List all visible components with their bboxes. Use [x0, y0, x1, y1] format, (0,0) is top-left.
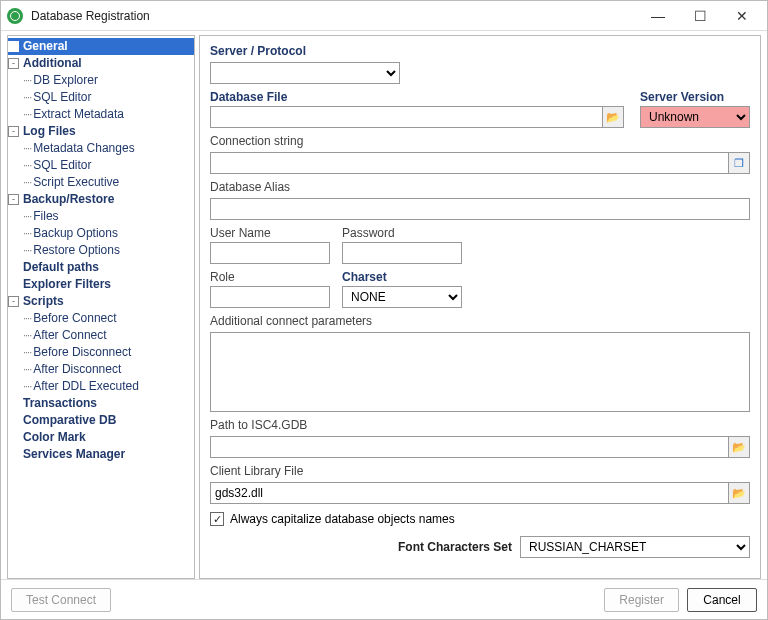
- tree-item-label: Explorer Filters: [23, 276, 111, 293]
- tree-item-label: Metadata Changes: [33, 140, 134, 157]
- tree-item-label: SQL Editor: [33, 157, 91, 174]
- connection-string-copy-button[interactable]: ❐: [728, 152, 750, 174]
- username-input[interactable]: [210, 242, 330, 264]
- database-alias-input[interactable]: [210, 198, 750, 220]
- password-label: Password: [342, 226, 462, 240]
- isc4-browse-button[interactable]: 📂: [728, 436, 750, 458]
- tree-item[interactable]: -Additional ····DB Explorer ····SQL Edit…: [8, 55, 194, 123]
- tree-item-label: SQL Editor: [33, 89, 91, 106]
- client-lib-label: Client Library File: [210, 464, 750, 478]
- server-protocol-label: Server / Protocol: [210, 44, 750, 58]
- tree-item[interactable]: ····Extract Metadata: [8, 106, 194, 123]
- addl-params-textarea[interactable]: [210, 332, 750, 412]
- tree-item[interactable]: Explorer Filters: [8, 276, 194, 293]
- server-protocol-select[interactable]: [210, 62, 400, 84]
- tree-item[interactable]: ····Restore Options: [8, 242, 194, 259]
- isc4-label: Path to ISC4.GDB: [210, 418, 750, 432]
- tree-item[interactable]: ····Files: [8, 208, 194, 225]
- tree-item[interactable]: Color Mark: [8, 429, 194, 446]
- copy-icon: ❐: [734, 157, 744, 170]
- tree-item-label: Services Manager: [23, 446, 125, 463]
- tree-item-label: After Disconnect: [33, 361, 121, 378]
- tree-toggle-icon[interactable]: -: [8, 194, 19, 205]
- charset-label: Charset: [342, 270, 462, 284]
- tree-item-label: Script Executive: [33, 174, 119, 191]
- tree-item-label: Before Disconnect: [33, 344, 131, 361]
- tree-item[interactable]: Services Manager: [8, 446, 194, 463]
- client-lib-input[interactable]: [210, 482, 728, 504]
- tree-item[interactable]: ····DB Explorer: [8, 72, 194, 89]
- tree-item[interactable]: Transactions: [8, 395, 194, 412]
- tree-item-label: Files: [33, 208, 58, 225]
- tree-item[interactable]: Comparative DB: [8, 412, 194, 429]
- minimize-button[interactable]: —: [639, 2, 677, 30]
- tree-item[interactable]: General: [8, 38, 194, 55]
- folder-icon: 📂: [732, 441, 746, 454]
- tree-item[interactable]: Default paths: [8, 259, 194, 276]
- connection-string-input: [210, 152, 728, 174]
- window: Database Registration — ☐ ✕ General-Addi…: [0, 0, 768, 620]
- tree-item[interactable]: ····After DDL Executed: [8, 378, 194, 395]
- maximize-button[interactable]: ☐: [681, 2, 719, 30]
- tree-item-label: Restore Options: [33, 242, 120, 259]
- isc4-input[interactable]: [210, 436, 728, 458]
- nav-tree[interactable]: General-Additional ····DB Explorer ····S…: [7, 35, 195, 579]
- tree-item[interactable]: ····Before Disconnect: [8, 344, 194, 361]
- tree-item[interactable]: ····Script Executive: [8, 174, 194, 191]
- always-capitalize-checkbox[interactable]: ✓: [210, 512, 224, 526]
- font-charset-label: Font Characters Set: [398, 540, 512, 554]
- role-label: Role: [210, 270, 330, 284]
- tree-item[interactable]: -Scripts ····Before Connect ····After Co…: [8, 293, 194, 395]
- tree-item[interactable]: ····Metadata Changes: [8, 140, 194, 157]
- tree-item[interactable]: -Backup/Restore ····Files ····Backup Opt…: [8, 191, 194, 259]
- folder-icon: 📂: [606, 111, 620, 124]
- server-version-label: Server Version: [640, 90, 750, 104]
- server-version-select[interactable]: Unknown: [640, 106, 750, 128]
- close-button[interactable]: ✕: [723, 2, 761, 30]
- tree-item-label: Additional: [23, 55, 82, 72]
- database-file-browse-button[interactable]: 📂: [602, 106, 624, 128]
- tree-item[interactable]: ····Before Connect: [8, 310, 194, 327]
- tree-item[interactable]: ····Backup Options: [8, 225, 194, 242]
- tree-item-label: General: [23, 38, 68, 55]
- tree-item-label: Log Files: [23, 123, 76, 140]
- tree-item-label: Backup/Restore: [23, 191, 114, 208]
- connection-string-label: Connection string: [210, 134, 750, 148]
- database-file-label: Database File: [210, 90, 624, 104]
- tree-item[interactable]: ····After Disconnect: [8, 361, 194, 378]
- database-alias-label: Database Alias: [210, 180, 750, 194]
- tree-item[interactable]: ····SQL Editor: [8, 157, 194, 174]
- tree-item-label: After Connect: [33, 327, 106, 344]
- username-label: User Name: [210, 226, 330, 240]
- tree-item[interactable]: ····SQL Editor: [8, 89, 194, 106]
- folder-icon: 📂: [732, 487, 746, 500]
- footer: Test Connect Register Cancel: [1, 579, 767, 619]
- tree-item-label: Before Connect: [33, 310, 116, 327]
- titlebar: Database Registration — ☐ ✕: [1, 1, 767, 31]
- tree-item-label: Scripts: [23, 293, 64, 310]
- tree-item[interactable]: ····After Connect: [8, 327, 194, 344]
- register-button[interactable]: Register: [604, 588, 679, 612]
- tree-toggle-icon[interactable]: -: [8, 126, 19, 137]
- tree-toggle-icon[interactable]: -: [8, 58, 19, 69]
- tree-toggle-icon[interactable]: -: [8, 296, 19, 307]
- tree-item[interactable]: -Log Files ····Metadata Changes ····SQL …: [8, 123, 194, 191]
- tree-item-label: Transactions: [23, 395, 97, 412]
- role-input[interactable]: [210, 286, 330, 308]
- database-file-input[interactable]: [210, 106, 602, 128]
- tree-item-label: Default paths: [23, 259, 99, 276]
- general-form: Server / Protocol Database File 📂 Server…: [199, 35, 761, 579]
- test-connect-button[interactable]: Test Connect: [11, 588, 111, 612]
- charset-select[interactable]: NONE: [342, 286, 462, 308]
- addl-params-label: Additional connect parameters: [210, 314, 750, 328]
- font-charset-select[interactable]: RUSSIAN_CHARSET: [520, 536, 750, 558]
- tree-item-label: Extract Metadata: [33, 106, 124, 123]
- tree-item-label: Backup Options: [33, 225, 118, 242]
- cancel-button[interactable]: Cancel: [687, 588, 757, 612]
- app-icon: [7, 8, 23, 24]
- password-input[interactable]: [342, 242, 462, 264]
- window-title: Database Registration: [31, 9, 639, 23]
- tree-item-label: Color Mark: [23, 429, 86, 446]
- tree-item-label: Comparative DB: [23, 412, 116, 429]
- client-lib-browse-button[interactable]: 📂: [728, 482, 750, 504]
